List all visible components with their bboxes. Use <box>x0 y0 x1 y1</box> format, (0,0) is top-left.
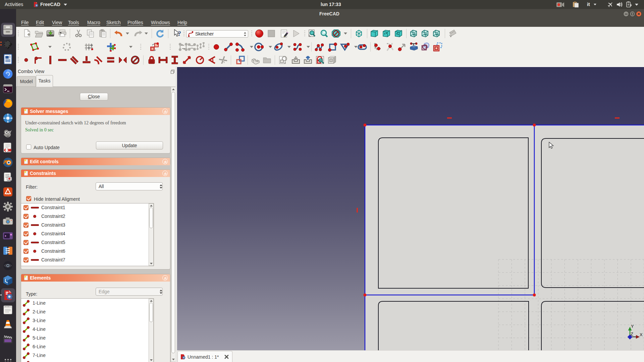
svg-text:?: ? <box>178 30 181 37</box>
svg-text:A: A <box>7 192 9 195</box>
svg-text:X: X <box>640 332 643 337</box>
svg-text:Z: Z <box>631 331 633 337</box>
svg-text:Y: Y <box>631 324 634 329</box>
